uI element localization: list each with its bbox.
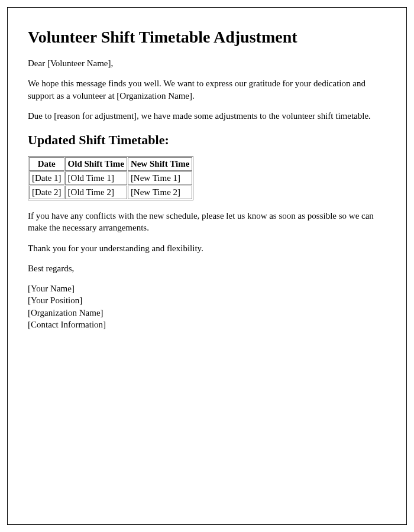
table-header-row: Date Old Shift Time New Shift Time	[29, 157, 192, 171]
cell-date: [Date 1]	[29, 171, 64, 185]
signature-organization: [Organization Name]	[28, 307, 386, 319]
reason-paragraph: Due to [reason for adjustment], we have …	[28, 110, 386, 122]
closing-line: Best regards,	[28, 262, 386, 274]
document-page: Volunteer Shift Timetable Adjustment Dea…	[7, 7, 407, 525]
cell-date: [Date 2]	[29, 186, 64, 199]
cell-old-time: [Old Time 1]	[65, 171, 127, 185]
col-header-old-shift: Old Shift Time	[65, 157, 127, 171]
cell-new-time: [New Time 2]	[128, 186, 192, 199]
conflict-paragraph: If you have any conflicts with the new s…	[28, 210, 386, 234]
signature-contact: [Contact Information]	[28, 319, 386, 330]
greeting-line: Dear [Volunteer Name],	[28, 57, 386, 69]
cell-new-time: [New Time 1]	[128, 171, 192, 185]
table-row: [Date 1] [Old Time 1] [New Time 1]	[29, 171, 192, 185]
subheading-updated-timetable: Updated Shift Timetable:	[28, 132, 386, 148]
col-header-date: Date	[29, 157, 64, 171]
thanks-paragraph: Thank you for your understanding and fle…	[28, 242, 386, 254]
cell-old-time: [Old Time 2]	[65, 186, 127, 199]
table-row: [Date 2] [Old Time 2] [New Time 2]	[29, 186, 192, 199]
intro-paragraph: We hope this message finds you well. We …	[28, 77, 386, 102]
signature-position: [Your Position]	[28, 294, 386, 306]
page-title: Volunteer Shift Timetable Adjustment	[28, 28, 386, 47]
signature-block: [Your Name] [Your Position] [Organizatio…	[28, 283, 386, 330]
shift-timetable: Date Old Shift Time New Shift Time [Date…	[28, 156, 193, 200]
col-header-new-shift: New Shift Time	[128, 157, 192, 171]
signature-name: [Your Name]	[28, 283, 386, 294]
